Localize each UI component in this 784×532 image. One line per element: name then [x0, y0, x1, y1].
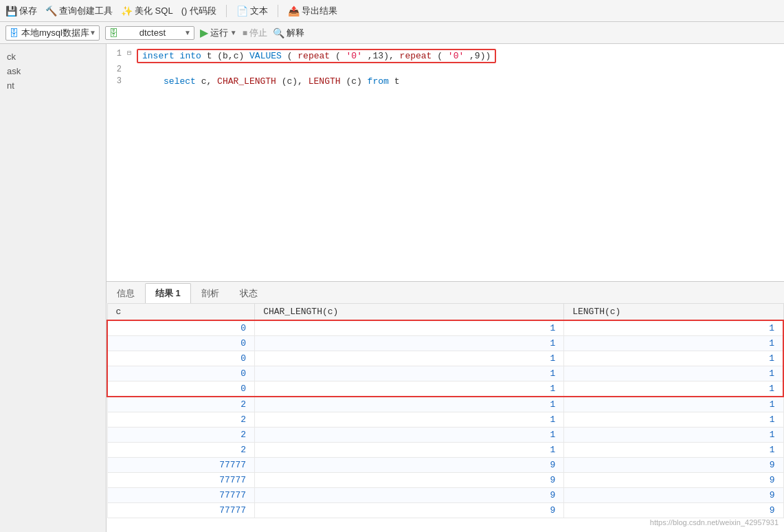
main-toolbar: 💾 保存 🔨 查询创建工具 ✨ 美化 SQL () 代码段 📄 文本 📤 导出结… — [0, 0, 784, 22]
run-label: 运行 — [210, 27, 228, 39]
explain-button[interactable]: 🔍 解释 — [273, 27, 304, 39]
beautify-label: 美化 SQL — [135, 5, 173, 17]
cell-char-length: 1 — [255, 397, 564, 412]
main-area: ck ask nt 1 ⊟ insert into t (b,c) VALUES… — [0, 44, 784, 532]
explain-label: 解释 — [287, 27, 304, 39]
schema-label: dtctest — [139, 27, 166, 38]
plain-9: (c) — [346, 76, 367, 87]
export-icon: 📤 — [288, 5, 300, 16]
cell-char-length: 9 — [255, 473, 564, 488]
stop-button[interactable]: ■ 停止 — [243, 27, 267, 39]
kw-from: from — [368, 76, 389, 87]
kw-select: select — [164, 76, 196, 87]
cell-char-length: 1 — [255, 428, 564, 443]
tab-status-label: 状态 — [240, 288, 258, 298]
cell-length: 9 — [564, 503, 783, 518]
table-row: 011 — [107, 320, 783, 336]
table-row: 011 — [107, 336, 783, 351]
plain-2: ( — [287, 51, 298, 61]
table-row: 011 — [107, 366, 783, 381]
text-button[interactable]: 📄 文本 — [236, 5, 268, 17]
results-area[interactable]: c CHAR_LENGTH(c) LENGTH(c) 0110110110110… — [107, 303, 784, 532]
query-builder-button[interactable]: 🔨 查询创建工具 — [45, 5, 113, 17]
cell-c: 0 — [107, 366, 255, 381]
code-line-3-content: select c, CHAR_LENGTH (c), LENGTH (c) fr… — [137, 76, 784, 87]
export-button[interactable]: 📤 导出结果 — [288, 5, 337, 17]
code-line-2-content — [137, 65, 784, 75]
cell-length: 1 — [564, 320, 783, 336]
cell-c: 77777 — [107, 458, 255, 473]
toolbar-divider-2 — [278, 5, 278, 17]
cell-length: 9 — [564, 458, 783, 473]
table-row: 7777799 — [107, 473, 783, 488]
save-icon: 💾 — [5, 5, 17, 16]
run-icon: ▶ — [200, 26, 208, 39]
code-snippet-button[interactable]: () 代码段 — [181, 5, 216, 17]
sidebar-item-nt[interactable]: nt — [3, 78, 103, 93]
plain-5: ( — [437, 51, 443, 61]
tab-status[interactable]: 状态 — [229, 283, 268, 303]
cell-char-length: 1 — [255, 320, 564, 336]
table-row: 011 — [107, 351, 783, 366]
indent-3 — [137, 76, 158, 87]
beautify-sql-button[interactable]: ✨ 美化 SQL — [121, 5, 173, 17]
sidebar: ck ask nt — [0, 44, 107, 532]
sidebar-item-ck[interactable]: ck — [3, 49, 103, 64]
cell-char-length: 9 — [255, 458, 564, 473]
code-line-2: 2 — [107, 64, 784, 76]
toolbar-divider-1 — [226, 5, 227, 17]
table-row: 7777799 — [107, 488, 783, 503]
tab-profile[interactable]: 剖析 — [191, 283, 229, 303]
line-number-1: 1 — [107, 49, 127, 58]
cell-c: 2 — [107, 443, 255, 458]
str-0-2: '0' — [448, 51, 464, 61]
table-header-row: c CHAR_LENGTH(c) LENGTH(c) — [107, 304, 783, 321]
kw-insert: insert into — [142, 51, 201, 61]
tab-result1[interactable]: 结果 1 — [145, 283, 191, 303]
db-toolbar: 🗄 本地mysql数据库 ▼ 🗄 dtctest ▼ ▶ 运行 ▼ ■ 停止 🔍… — [0, 22, 784, 44]
plain-7: c, — [201, 76, 212, 87]
cell-c: 77777 — [107, 473, 255, 488]
cell-c: 2 — [107, 428, 255, 443]
table-row: 011 — [107, 381, 783, 397]
code-line-3: 3 select c, CHAR_LENGTH (c), LENGTH (c) … — [107, 76, 784, 87]
cell-length: 1 — [564, 381, 783, 397]
fn-repeat-1: repeat — [298, 51, 330, 61]
text-label: 文本 — [250, 5, 268, 17]
code-line-1: 1 ⊟ insert into t (b,c) VALUES ( repeat … — [107, 48, 784, 64]
cell-char-length: 1 — [255, 381, 564, 397]
cell-char-length: 1 — [255, 336, 564, 351]
fn-repeat-2: repeat — [400, 51, 432, 61]
cell-char-length: 1 — [255, 412, 564, 428]
table-row: 211 — [107, 428, 783, 443]
save-button[interactable]: 💾 保存 — [5, 5, 37, 17]
cell-c: 0 — [107, 320, 255, 336]
tab-info[interactable]: 信息 — [107, 283, 145, 303]
str-0-1: '0' — [346, 51, 362, 61]
run-chevron-icon: ▼ — [230, 29, 237, 36]
cell-char-length: 1 — [255, 351, 564, 366]
col-header-length: LENGTH(c) — [564, 304, 783, 321]
tab-info-label: 信息 — [117, 288, 135, 298]
schema-selector[interactable]: 🗄 dtctest ▼ — [105, 26, 194, 40]
db-selector[interactable]: 🗄 本地mysql数据库 ▼ — [5, 25, 100, 41]
tab-profile-label: 剖析 — [201, 288, 219, 298]
code-editor[interactable]: 1 ⊟ insert into t (b,c) VALUES ( repeat … — [107, 44, 784, 281]
schema-icon: 🗄 — [109, 27, 118, 38]
text-icon: 📄 — [236, 5, 248, 16]
db-icon: 🗄 — [9, 27, 19, 38]
query-builder-label: 查询创建工具 — [59, 5, 113, 17]
cell-c: 2 — [107, 412, 255, 428]
cell-length: 9 — [564, 488, 783, 503]
col-header-char-length: CHAR_LENGTH(c) — [255, 304, 564, 321]
editor-pane: 1 ⊟ insert into t (b,c) VALUES ( repeat … — [107, 44, 784, 532]
cell-length: 9 — [564, 473, 783, 488]
table-row: 211 — [107, 412, 783, 428]
col-header-c: c — [107, 304, 255, 321]
cell-char-length: 9 — [255, 503, 564, 518]
code-line-1-content: insert into t (b,c) VALUES ( repeat ( '0… — [137, 49, 784, 63]
fn-char-length: CHAR_LENGTH — [217, 76, 276, 87]
run-button[interactable]: ▶ 运行 ▼ — [200, 26, 237, 39]
sidebar-item-ask[interactable]: ask — [3, 64, 103, 78]
code-snippet-label: () 代码段 — [181, 5, 216, 17]
